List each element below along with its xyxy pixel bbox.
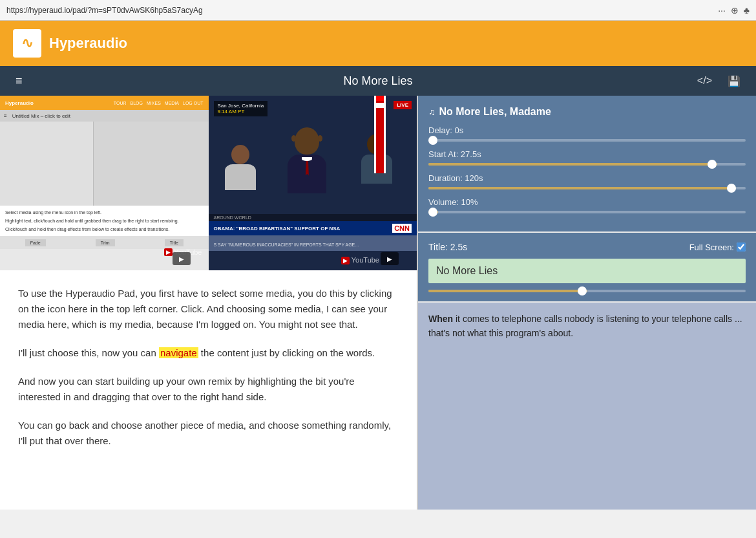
transcript-para-3: And now you can start building up your o… xyxy=(18,374,399,405)
time-badge: 9:14 AM PT xyxy=(218,109,264,114)
title-input[interactable] xyxy=(428,259,746,283)
start-thumb[interactable] xyxy=(708,160,717,169)
mix-title: Untitled Mix – click to edit xyxy=(12,113,70,119)
workspace-left xyxy=(0,122,94,206)
bookmark-icon[interactable]: ⊕ xyxy=(731,5,739,16)
youtube-play-left[interactable]: ▶ xyxy=(173,252,191,265)
delay-track xyxy=(428,139,746,142)
tutorial-instructions: Select media using the menu icon in the … xyxy=(0,206,209,236)
youtube-play-right[interactable]: ▶ xyxy=(381,252,399,265)
title-card: Title: 2.5s Full Screen: xyxy=(418,233,756,301)
nav-mixes: MIXES xyxy=(147,101,161,105)
save-button[interactable]: 💾 xyxy=(722,72,746,90)
cnn-lower-third: AROUND WORLD OBAMA: "BROAD BIPARTISAN" S… xyxy=(209,214,417,251)
transcript-text-3: And now you can start building up your o… xyxy=(18,376,355,402)
transcript-para-1: To use the Hyperaudio Pad, you first hav… xyxy=(18,286,399,332)
code-button[interactable]: </> xyxy=(692,72,717,89)
obama-figure xyxy=(281,127,333,193)
cnn-main-bar: OBAMA: "BROAD BIPARTISAN" SUPPORT OF NSA… xyxy=(209,221,417,235)
start-fill xyxy=(428,163,717,166)
obama-video[interactable]: San Jose, California 9:14 AM PT LIVE ARO… xyxy=(209,96,417,270)
location-text: San Jose, California xyxy=(218,103,264,109)
media-name: No More Lies, Madame xyxy=(439,106,551,118)
delay-thumb[interactable] xyxy=(428,136,437,145)
browser-bar: https://hyperaud.io/pad/?m=sPT0dvAwSK6hp… xyxy=(0,0,756,21)
tutorial-video[interactable]: Hyperaudio TOUR BLOG MIXES MEDIA LOG OUT… xyxy=(0,96,209,270)
browser-icons: ··· ⊕ ♣ xyxy=(718,5,750,16)
tutorial-video-content: Hyperaudio TOUR BLOG MIXES MEDIA LOG OUT… xyxy=(0,96,209,270)
transcript-after-2: the content just by clicking on the word… xyxy=(198,347,375,358)
transcript-rest: it comes to telephone calls nobody is li… xyxy=(428,314,742,338)
title-slider-track xyxy=(428,290,746,292)
title-slider-thumb[interactable] xyxy=(578,286,587,296)
transcript-before-2: I'll just choose this, now you can xyxy=(18,347,159,358)
volume-track xyxy=(428,211,746,213)
hamburger-icon[interactable]: ≡ xyxy=(10,72,28,91)
duration-fill xyxy=(428,187,736,189)
title-label: Title: 2.5s xyxy=(428,242,467,252)
title-card-header: Title: 2.5s Full Screen: xyxy=(428,242,746,252)
right-panel: ♫ No More Lies, Madame Delay: 0s Start A… xyxy=(418,96,756,510)
cnn-sub-text: S SAY "NUMEROUS INACCURACIES" IN REPORTS… xyxy=(214,242,359,247)
nav-actions: </> 💾 xyxy=(692,72,746,90)
app-header: ∿ Hyperaudio xyxy=(0,21,756,66)
flag-right xyxy=(374,96,386,173)
volume-slider-row: Volume: 10% xyxy=(428,197,746,213)
instruction-3: Click/touch and hold then drag effects f… xyxy=(5,226,204,233)
cnn-sub-bar: S SAY "NUMEROUS INACCURACIES" IN REPORTS… xyxy=(209,235,417,251)
media-card: ♫ No More Lies, Madame Delay: 0s Start A… xyxy=(418,96,756,231)
yt-icon-left: ▶ xyxy=(164,248,173,256)
more-icon[interactable]: ··· xyxy=(718,5,726,16)
transcript-area: To use the Hyperaudio Pad, you first hav… xyxy=(0,270,417,510)
transcript-text-1: To use the Hyperaudio Pad, you first hav… xyxy=(18,288,392,330)
duration-track xyxy=(428,187,746,189)
transcript-card: When it comes to telephone calls nobody … xyxy=(418,303,756,510)
cnn-logo: CNN xyxy=(392,224,412,233)
volume-label: Volume: 10% xyxy=(428,197,746,207)
start-slider-row: Start At: 27.5s xyxy=(428,149,746,166)
hamburger-small: ≡ xyxy=(4,113,7,119)
url-bar[interactable]: https://hyperaud.io/pad/?m=sPT0dvAwSK6hp… xyxy=(6,6,718,15)
app-name: Hyperaudio xyxy=(49,35,127,52)
live-badge: LIVE xyxy=(394,101,412,109)
trim-button[interactable]: Trim xyxy=(96,239,115,246)
instruction-1: Select media using the menu icon in the … xyxy=(5,210,204,216)
start-label: Start At: 27.5s xyxy=(428,149,746,159)
title-button[interactable]: Title xyxy=(165,239,184,246)
music-icon: ♫ xyxy=(428,107,436,117)
logo-icon: ∿ xyxy=(21,35,33,52)
transcript-para-4: You can go back and choose another piece… xyxy=(18,418,399,449)
duration-thumb[interactable] xyxy=(727,184,736,193)
fullscreen-text: Full Screen: xyxy=(689,242,734,252)
around-world: AROUND WORLD xyxy=(209,214,417,221)
transcript-right-text: When it comes to telephone calls nobody … xyxy=(428,312,746,341)
yt-icon-right: ▶ xyxy=(341,257,350,264)
tutorial-workspace xyxy=(0,122,209,206)
fullscreen-checkbox[interactable] xyxy=(737,242,746,252)
obama-scene: San Jose, California 9:14 AM PT LIVE ARO… xyxy=(209,96,417,270)
transcript-highlight-navigate: navigate xyxy=(159,347,198,358)
nav-blog: BLOG xyxy=(131,101,143,105)
fade-button[interactable]: Fade xyxy=(25,239,46,246)
tutorial-footer: Fade Trim Title xyxy=(0,236,209,249)
location-badge: San Jose, California 9:14 AM PT xyxy=(214,101,268,116)
youtube-text-right: ▶ YouTube xyxy=(341,256,379,264)
duration-label: Duration: 120s xyxy=(428,173,746,183)
extension-icon[interactable]: ♣ xyxy=(744,5,750,16)
left-panel: Hyperaudio TOUR BLOG MIXES MEDIA LOG OUT… xyxy=(0,96,417,510)
media-title: ♫ No More Lies, Madame xyxy=(428,106,746,118)
nav-bar: ≡ No More Lies </> 💾 xyxy=(0,66,756,96)
nav-logout: LOG OUT xyxy=(183,101,204,105)
instruction-2: Highlight text, click/touch and hold unt… xyxy=(5,218,204,224)
transcript-para-2: I'll just choose this, now you can navig… xyxy=(18,345,399,361)
title-slider-fill xyxy=(428,290,587,292)
duration-slider-row: Duration: 120s xyxy=(428,173,746,189)
logo-box: ∿ xyxy=(13,29,41,58)
main-content: Hyperaudio TOUR BLOG MIXES MEDIA LOG OUT… xyxy=(0,96,756,510)
nav-tour: TOUR xyxy=(114,101,127,105)
volume-thumb[interactable] xyxy=(428,208,437,217)
third-person xyxy=(221,145,260,190)
cnn-headline: OBAMA: "BROAD BIPARTISAN" SUPPORT OF NSA xyxy=(214,226,393,231)
transcript-when: When xyxy=(428,314,453,324)
workspace-right xyxy=(94,122,208,206)
